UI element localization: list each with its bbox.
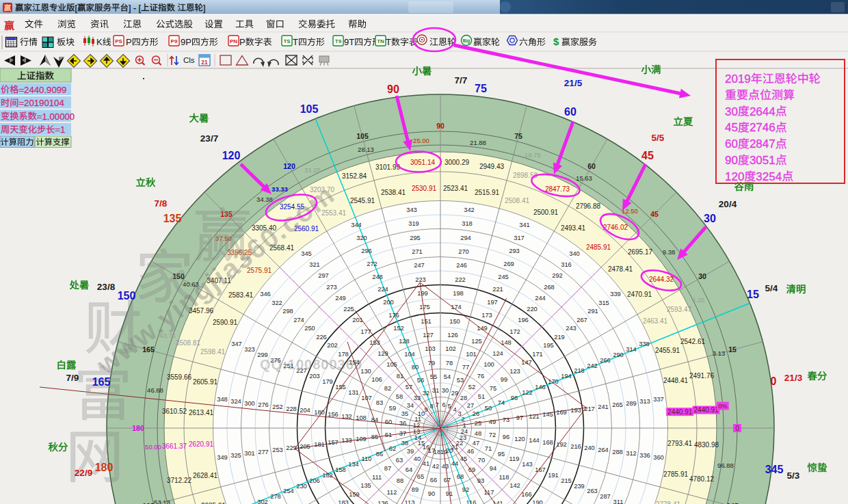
svg-text:3559.66: 3559.66 xyxy=(167,373,192,381)
svg-text:45: 45 xyxy=(460,455,467,462)
svg-text:2796.88: 2796.88 xyxy=(576,202,601,210)
svg-text:=1: =1 xyxy=(55,124,65,135)
svg-text:150: 150 xyxy=(118,290,136,302)
svg-text:239: 239 xyxy=(574,483,585,490)
svg-text:296: 296 xyxy=(361,248,372,254)
svg-text:70: 70 xyxy=(478,457,485,464)
svg-text:343: 343 xyxy=(406,207,417,213)
svg-text:3051: 3051 xyxy=(750,154,776,167)
svg-text:269: 269 xyxy=(503,261,514,267)
svg-text:2493.41: 2493.41 xyxy=(561,224,586,232)
svg-text:205: 205 xyxy=(300,443,310,450)
svg-text:2949.43: 2949.43 xyxy=(479,163,505,170)
svg-text:340: 340 xyxy=(569,250,580,257)
svg-text:31: 31 xyxy=(432,387,439,394)
svg-text:311: 311 xyxy=(613,499,624,504)
svg-text:54: 54 xyxy=(444,373,451,380)
svg-text:105: 105 xyxy=(386,361,397,368)
svg-text:5/5: 5/5 xyxy=(652,133,665,143)
svg-text:145: 145 xyxy=(542,411,553,418)
svg-text:40: 40 xyxy=(414,455,421,462)
svg-text:49: 49 xyxy=(489,419,496,425)
svg-text:218: 218 xyxy=(574,367,585,374)
svg-text:89: 89 xyxy=(412,486,419,493)
svg-text:90: 90 xyxy=(387,83,399,95)
svg-text:36: 36 xyxy=(399,420,406,427)
svg-text:2538.41: 2538.41 xyxy=(381,189,406,196)
svg-text:152: 152 xyxy=(393,325,404,332)
svg-text:P: P xyxy=(239,37,246,47)
svg-text:219: 219 xyxy=(554,334,565,341)
svg-text:112: 112 xyxy=(387,489,397,496)
svg-text:2628.41: 2628.41 xyxy=(193,472,218,479)
svg-text:48: 48 xyxy=(475,430,481,437)
svg-text:2448.41: 2448.41 xyxy=(663,377,689,384)
svg-text:15.63: 15.63 xyxy=(576,174,592,182)
svg-text:42: 42 xyxy=(432,463,439,470)
svg-text:338: 338 xyxy=(639,341,650,347)
svg-text:75: 75 xyxy=(514,132,522,140)
svg-text:PS: PS xyxy=(115,38,122,44)
svg-text:270: 270 xyxy=(458,248,469,255)
svg-text:157: 157 xyxy=(328,439,339,446)
svg-text:8: 8 xyxy=(429,403,433,410)
svg-text:120: 120 xyxy=(725,170,744,183)
svg-text:2785.91: 2785.91 xyxy=(663,470,689,478)
svg-text:197: 197 xyxy=(487,299,498,306)
svg-text:55: 55 xyxy=(430,373,437,380)
svg-text:23: 23 xyxy=(460,434,466,441)
svg-text:168: 168 xyxy=(542,439,553,446)
svg-text:5: 5 xyxy=(447,403,451,410)
svg-text:63: 63 xyxy=(396,457,403,464)
svg-text:TS: TS xyxy=(283,38,291,44)
svg-text:4: 4 xyxy=(453,406,456,413)
svg-text:75: 75 xyxy=(475,83,487,94)
svg-text:244: 244 xyxy=(535,295,546,302)
svg-text:179: 179 xyxy=(322,378,333,385)
svg-text:2793.41: 2793.41 xyxy=(667,440,693,447)
svg-text:298: 298 xyxy=(282,308,293,315)
svg-text:3661.37: 3661.37 xyxy=(162,442,187,450)
svg-text:3610.52: 3610.52 xyxy=(162,408,187,415)
svg-text:202: 202 xyxy=(327,342,338,349)
svg-text:18: 18 xyxy=(434,449,440,455)
svg-text:220: 220 xyxy=(527,306,538,313)
svg-text:133: 133 xyxy=(341,437,352,444)
svg-text:135: 135 xyxy=(360,482,371,489)
svg-text:190: 190 xyxy=(532,499,543,504)
svg-text:341: 341 xyxy=(519,222,530,228)
svg-text:204: 204 xyxy=(300,407,310,414)
svg-text:336: 336 xyxy=(639,452,650,459)
svg-text:198: 198 xyxy=(453,290,464,297)
svg-text:2847: 2847 xyxy=(750,137,776,150)
svg-text:297: 297 xyxy=(318,272,329,279)
svg-text:267: 267 xyxy=(577,317,587,323)
svg-text:Big: Big xyxy=(463,38,471,44)
svg-text:3051.14: 3051.14 xyxy=(410,159,436,166)
svg-text:39: 39 xyxy=(407,448,414,455)
svg-text:2598.41: 2598.41 xyxy=(200,348,226,356)
svg-text:109: 109 xyxy=(356,436,367,442)
svg-text:274: 274 xyxy=(293,317,304,323)
svg-text:83: 83 xyxy=(376,399,383,406)
svg-text:302: 302 xyxy=(257,499,268,504)
svg-text:122: 122 xyxy=(522,389,533,396)
svg-text:2463.41: 2463.41 xyxy=(643,317,668,325)
svg-text:4780.12: 4780.12 xyxy=(689,475,715,483)
svg-text:180: 180 xyxy=(314,409,325,416)
svg-text:194: 194 xyxy=(561,373,572,380)
svg-text:93: 93 xyxy=(477,477,484,484)
svg-text:67: 67 xyxy=(444,477,451,483)
svg-text:56: 56 xyxy=(417,377,424,384)
svg-text:136: 136 xyxy=(377,500,388,504)
svg-text:170: 170 xyxy=(548,378,559,385)
svg-text:69: 69 xyxy=(468,466,475,473)
svg-text:249: 249 xyxy=(335,295,346,302)
svg-text:203: 203 xyxy=(309,373,320,380)
svg-text:265: 265 xyxy=(612,401,623,408)
svg-text:15: 15 xyxy=(728,345,737,354)
svg-text:2613.41: 2613.41 xyxy=(189,409,214,416)
svg-text:196: 196 xyxy=(518,317,529,323)
svg-text:248: 248 xyxy=(372,274,383,280)
svg-text:300: 300 xyxy=(244,400,255,407)
